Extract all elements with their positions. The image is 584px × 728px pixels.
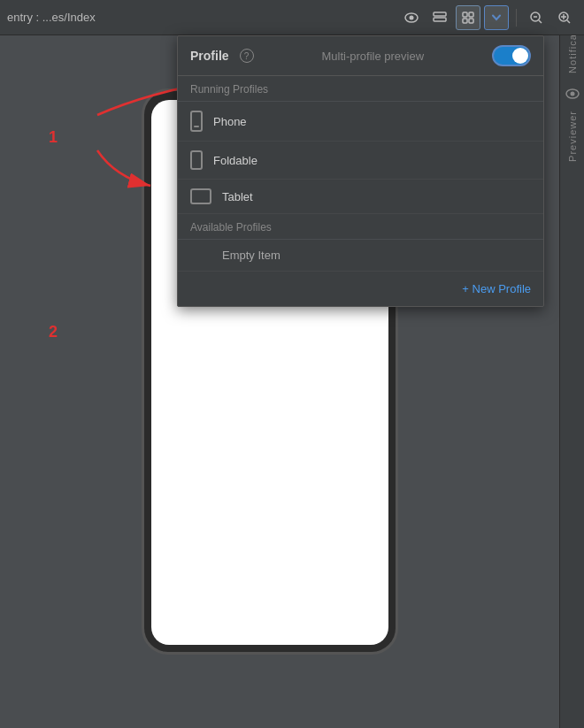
right-sidebar: Notifications Previewer [559, 0, 584, 728]
empty-item[interactable]: Empty Item [178, 240, 543, 272]
annotation-1: 1 [49, 128, 58, 147]
svg-point-16 [570, 91, 574, 96]
eye-sidebar-icon[interactable] [563, 84, 582, 103]
grid-button[interactable] [456, 5, 480, 30]
profile-item-tablet[interactable]: Tablet [178, 180, 543, 214]
toolbar-icons [399, 5, 577, 30]
profile-toggle[interactable] [492, 45, 531, 66]
tablet-label: Tablet [222, 190, 253, 203]
svg-point-1 [410, 15, 414, 19]
help-icon[interactable]: ? [240, 49, 254, 63]
svg-rect-6 [463, 19, 467, 23]
foldable-device-icon [190, 150, 203, 170]
zoom-in-button[interactable] [552, 5, 577, 30]
svg-rect-4 [463, 12, 467, 17]
toggle-knob [512, 48, 528, 64]
new-profile-button[interactable]: + New Profile [178, 272, 543, 306]
profile-dropdown-panel: Profile ? Multi-profile preview Running … [177, 35, 544, 307]
svg-rect-2 [434, 12, 446, 16]
svg-rect-5 [469, 12, 473, 17]
profile-item-phone[interactable]: Phone [178, 102, 543, 142]
empty-item-label: Empty Item [222, 249, 280, 262]
svg-rect-3 [434, 18, 446, 21]
multi-profile-tab[interactable]: Multi-profile preview [265, 50, 481, 63]
toolbar-separator [516, 9, 517, 27]
panel-title: Profile [190, 49, 229, 63]
panel-header: Profile ? Multi-profile preview [178, 36, 543, 76]
profile-item-foldable[interactable]: Foldable [178, 142, 543, 180]
phone-device-icon [190, 111, 203, 132]
tablet-device-icon [190, 188, 211, 204]
dropdown-arrow-button[interactable] [484, 5, 509, 30]
eye-toggle-button[interactable] [399, 5, 424, 30]
toolbar-title: entry : ...es/Index [7, 11, 399, 24]
zoom-out-button[interactable] [524, 5, 549, 30]
running-profiles-header: Running Profiles [178, 76, 543, 102]
svg-line-10 [539, 20, 542, 23]
annotation-2: 2 [49, 323, 58, 341]
foldable-label: Foldable [213, 154, 257, 167]
phone-label: Phone [213, 115, 247, 128]
available-profiles-header: Available Profiles [178, 214, 543, 240]
svg-line-14 [567, 20, 570, 23]
layers-button[interactable] [427, 5, 452, 30]
svg-rect-7 [469, 19, 473, 23]
toolbar: entry : ...es/Index [0, 0, 584, 35]
previewer-label: Previewer [567, 111, 578, 162]
